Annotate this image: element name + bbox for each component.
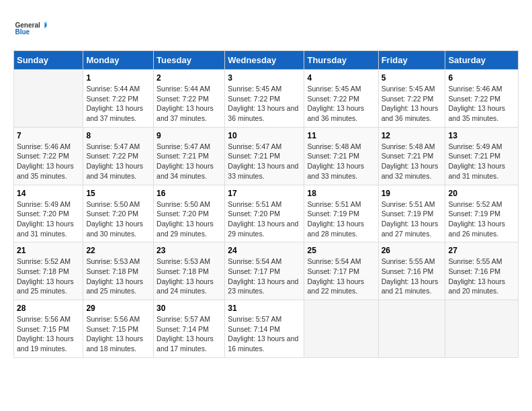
calendar-cell: 7Sunrise: 5:46 AMSunset: 7:22 PMDaylight…	[14, 127, 83, 185]
days-header-row: SundayMondayTuesdayWednesdayThursdayFrid…	[14, 51, 519, 70]
calendar-cell: 24Sunrise: 5:54 AMSunset: 7:17 PMDayligh…	[225, 242, 304, 300]
calendar-cell: 25Sunrise: 5:54 AMSunset: 7:17 PMDayligh…	[304, 242, 378, 300]
day-number: 8	[86, 131, 150, 140]
day-info: Sunrise: 5:57 AMSunset: 7:14 PMDaylight:…	[228, 315, 298, 353]
day-header-monday: Monday	[83, 51, 154, 70]
week-row-3: 14Sunrise: 5:49 AMSunset: 7:20 PMDayligh…	[14, 185, 519, 242]
calendar-cell: 6Sunrise: 5:46 AMSunset: 7:22 PMDaylight…	[445, 70, 519, 128]
calendar-cell: 8Sunrise: 5:47 AMSunset: 7:22 PMDaylight…	[83, 127, 154, 185]
day-info: Sunrise: 5:51 AMSunset: 7:20 PMDaylight:…	[228, 200, 298, 238]
day-number: 23	[157, 246, 222, 255]
day-number: 19	[382, 189, 443, 198]
calendar-table: SundayMondayTuesdayWednesdayThursdayFrid…	[13, 50, 519, 358]
calendar-cell: 5Sunrise: 5:45 AMSunset: 7:22 PMDaylight…	[378, 70, 445, 128]
day-header-saturday: Saturday	[445, 51, 519, 70]
day-info: Sunrise: 5:47 AMSunset: 7:21 PMDaylight:…	[228, 142, 298, 180]
day-number: 11	[307, 131, 375, 140]
svg-text:Blue: Blue	[15, 28, 30, 36]
day-info: Sunrise: 5:53 AMSunset: 7:18 PMDaylight:…	[157, 257, 214, 295]
day-number: 10	[228, 131, 301, 140]
day-info: Sunrise: 5:48 AMSunset: 7:21 PMDaylight:…	[382, 142, 439, 180]
week-row-5: 28Sunrise: 5:56 AMSunset: 7:15 PMDayligh…	[14, 300, 519, 358]
calendar-cell: 17Sunrise: 5:51 AMSunset: 7:20 PMDayligh…	[225, 185, 304, 242]
calendar-cell: 14Sunrise: 5:49 AMSunset: 7:20 PMDayligh…	[14, 185, 83, 242]
calendar-cell: 28Sunrise: 5:56 AMSunset: 7:15 PMDayligh…	[14, 300, 83, 358]
calendar-cell: 10Sunrise: 5:47 AMSunset: 7:21 PMDayligh…	[225, 127, 304, 185]
day-number: 12	[382, 131, 443, 140]
week-row-1: 1Sunrise: 5:44 AMSunset: 7:22 PMDaylight…	[14, 70, 519, 128]
calendar-cell: 15Sunrise: 5:50 AMSunset: 7:20 PMDayligh…	[83, 185, 154, 242]
day-info: Sunrise: 5:54 AMSunset: 7:17 PMDaylight:…	[228, 257, 298, 295]
day-info: Sunrise: 5:53 AMSunset: 7:18 PMDaylight:…	[86, 257, 143, 295]
calendar-cell: 12Sunrise: 5:48 AMSunset: 7:21 PMDayligh…	[378, 127, 445, 185]
day-info: Sunrise: 5:52 AMSunset: 7:18 PMDaylight:…	[17, 257, 74, 295]
calendar-cell: 1Sunrise: 5:44 AMSunset: 7:22 PMDaylight…	[83, 70, 154, 128]
calendar-cell: 11Sunrise: 5:48 AMSunset: 7:21 PMDayligh…	[304, 127, 378, 185]
calendar-cell	[304, 300, 378, 358]
day-number: 18	[307, 189, 375, 198]
calendar-cell: 30Sunrise: 5:57 AMSunset: 7:14 PMDayligh…	[154, 300, 225, 358]
day-info: Sunrise: 5:44 AMSunset: 7:22 PMDaylight:…	[86, 85, 143, 122]
day-info: Sunrise: 5:45 AMSunset: 7:22 PMDaylight:…	[228, 85, 298, 122]
day-number: 1	[86, 73, 150, 83]
day-info: Sunrise: 5:54 AMSunset: 7:17 PMDaylight:…	[307, 257, 364, 295]
day-header-sunday: Sunday	[14, 51, 83, 70]
day-header-tuesday: Tuesday	[154, 51, 225, 70]
day-info: Sunrise: 5:48 AMSunset: 7:21 PMDaylight:…	[307, 142, 364, 180]
svg-marker-3	[46, 21, 48, 28]
day-number: 3	[228, 73, 301, 83]
day-info: Sunrise: 5:51 AMSunset: 7:19 PMDaylight:…	[307, 200, 364, 238]
day-number: 26	[382, 246, 443, 255]
day-number: 13	[448, 131, 515, 140]
day-info: Sunrise: 5:57 AMSunset: 7:14 PMDaylight:…	[157, 315, 214, 353]
day-number: 20	[448, 189, 515, 198]
day-info: Sunrise: 5:52 AMSunset: 7:19 PMDaylight:…	[448, 200, 505, 238]
calendar-cell	[14, 70, 83, 128]
day-header-wednesday: Wednesday	[225, 51, 304, 70]
day-info: Sunrise: 5:49 AMSunset: 7:20 PMDaylight:…	[17, 200, 74, 238]
day-info: Sunrise: 5:56 AMSunset: 7:15 PMDaylight:…	[17, 315, 74, 353]
day-header-friday: Friday	[378, 51, 445, 70]
day-number: 24	[228, 246, 301, 255]
day-number: 31	[228, 304, 301, 313]
day-info: Sunrise: 5:49 AMSunset: 7:21 PMDaylight:…	[448, 142, 505, 180]
day-info: Sunrise: 5:46 AMSunset: 7:22 PMDaylight:…	[17, 142, 74, 180]
calendar-cell: 19Sunrise: 5:51 AMSunset: 7:19 PMDayligh…	[378, 185, 445, 242]
svg-text:General: General	[15, 21, 40, 29]
calendar-cell: 3Sunrise: 5:45 AMSunset: 7:22 PMDaylight…	[225, 70, 304, 128]
day-info: Sunrise: 5:55 AMSunset: 7:16 PMDaylight:…	[448, 257, 505, 295]
day-number: 6	[448, 73, 515, 83]
calendar-cell	[445, 300, 519, 358]
day-number: 16	[157, 189, 222, 198]
calendar-cell: 26Sunrise: 5:55 AMSunset: 7:16 PMDayligh…	[378, 242, 445, 300]
calendar-cell: 9Sunrise: 5:47 AMSunset: 7:21 PMDaylight…	[154, 127, 225, 185]
day-number: 2	[157, 73, 222, 83]
day-number: 7	[17, 131, 80, 140]
calendar-cell: 29Sunrise: 5:56 AMSunset: 7:15 PMDayligh…	[83, 300, 154, 358]
day-header-thursday: Thursday	[304, 51, 378, 70]
day-info: Sunrise: 5:51 AMSunset: 7:19 PMDaylight:…	[382, 200, 439, 238]
day-info: Sunrise: 5:47 AMSunset: 7:22 PMDaylight:…	[86, 142, 143, 180]
day-info: Sunrise: 5:50 AMSunset: 7:20 PMDaylight:…	[86, 200, 143, 238]
calendar-cell: 13Sunrise: 5:49 AMSunset: 7:21 PMDayligh…	[445, 127, 519, 185]
day-info: Sunrise: 5:44 AMSunset: 7:22 PMDaylight:…	[157, 85, 214, 122]
header: General Blue	[13, 13, 519, 44]
week-row-2: 7Sunrise: 5:46 AMSunset: 7:22 PMDaylight…	[14, 127, 519, 185]
day-info: Sunrise: 5:56 AMSunset: 7:15 PMDaylight:…	[86, 315, 143, 353]
day-info: Sunrise: 5:55 AMSunset: 7:16 PMDaylight:…	[382, 257, 439, 295]
logo-svg: General Blue	[13, 13, 47, 44]
day-info: Sunrise: 5:45 AMSunset: 7:22 PMDaylight:…	[307, 85, 364, 122]
day-number: 5	[382, 73, 443, 83]
day-info: Sunrise: 5:50 AMSunset: 7:20 PMDaylight:…	[157, 200, 214, 238]
day-number: 27	[448, 246, 515, 255]
day-number: 17	[228, 189, 301, 198]
calendar-cell: 2Sunrise: 5:44 AMSunset: 7:22 PMDaylight…	[154, 70, 225, 128]
day-number: 14	[17, 189, 80, 198]
calendar-cell: 18Sunrise: 5:51 AMSunset: 7:19 PMDayligh…	[304, 185, 378, 242]
day-number: 28	[17, 304, 80, 313]
day-number: 30	[157, 304, 222, 313]
week-row-4: 21Sunrise: 5:52 AMSunset: 7:18 PMDayligh…	[14, 242, 519, 300]
calendar-cell: 4Sunrise: 5:45 AMSunset: 7:22 PMDaylight…	[304, 70, 378, 128]
calendar-cell: 27Sunrise: 5:55 AMSunset: 7:16 PMDayligh…	[445, 242, 519, 300]
day-number: 21	[17, 246, 80, 255]
